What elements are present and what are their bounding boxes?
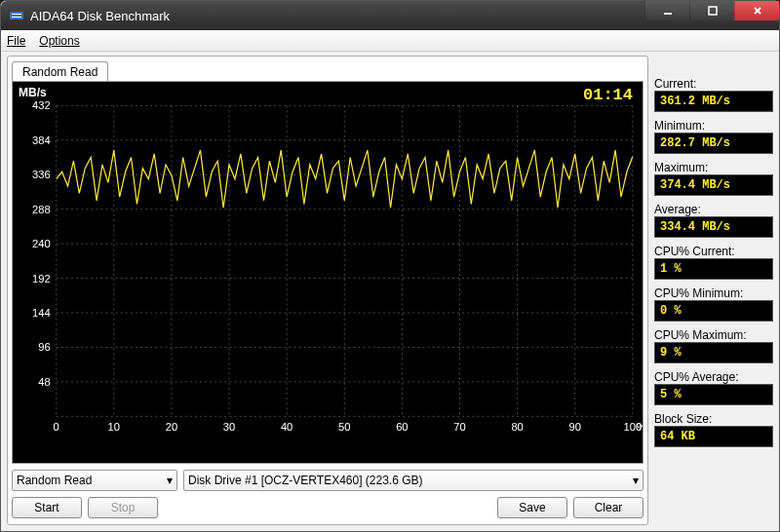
stat-cpu-min-value: 0 % xyxy=(654,300,773,322)
svg-text:0: 0 xyxy=(54,421,59,433)
mode-select[interactable]: Random Read ▾ xyxy=(12,470,177,491)
menubar: File Options xyxy=(1,30,779,52)
stat-cpu-avg-value: 5 % xyxy=(654,384,773,405)
stat-min-label: Minimum: xyxy=(654,119,773,133)
stat-avg-value: 334.4 MB/s xyxy=(654,216,773,238)
app-window: AIDA64 Disk Benchmark File Options Rando… xyxy=(0,0,780,532)
svg-text:48: 48 xyxy=(38,376,50,388)
stat-cpu-cur-label: CPU% Current: xyxy=(654,245,773,258)
svg-text:90: 90 xyxy=(569,421,581,433)
svg-rect-4 xyxy=(709,7,717,15)
menu-options[interactable]: Options xyxy=(39,34,79,48)
close-button[interactable] xyxy=(734,1,779,20)
stat-cpu-avg-label: CPU% Average: xyxy=(654,370,773,384)
stat-cpu-min-label: CPU% Minimum: xyxy=(654,286,773,300)
stat-max-value: 374.4 MB/s xyxy=(654,174,773,196)
stat-block-label: Block Size: xyxy=(654,412,773,426)
svg-text:384: 384 xyxy=(32,134,51,146)
svg-text:192: 192 xyxy=(32,273,51,285)
svg-text:20: 20 xyxy=(166,421,177,433)
minimize-button[interactable] xyxy=(644,1,689,20)
svg-text:96: 96 xyxy=(38,341,50,353)
svg-text:60: 60 xyxy=(396,421,408,433)
stat-cpu-max-label: CPU% Maximum: xyxy=(654,328,773,342)
svg-text:240: 240 xyxy=(32,238,51,249)
stat-avg-label: Average: xyxy=(654,203,773,216)
stop-button[interactable]: Stop xyxy=(88,497,158,518)
chevron-down-icon: ▾ xyxy=(633,474,639,487)
chart-area: MB/s 01:14 48961441922402883363844320102… xyxy=(12,81,644,464)
svg-text:80: 80 xyxy=(511,421,523,433)
drive-select-value: Disk Drive #1 [OCZ-VERTEX460] (223.6 GB) xyxy=(188,474,423,487)
svg-rect-0 xyxy=(10,12,23,19)
save-button[interactable]: Save xyxy=(497,497,567,518)
stats-panel: Current:361.2 MB/s Minimum:282.7 MB/s Ma… xyxy=(654,56,773,525)
svg-text:40: 40 xyxy=(281,421,292,433)
stat-current-label: Current: xyxy=(654,77,773,91)
svg-rect-3 xyxy=(664,13,672,15)
tab-random-read[interactable]: Random Read xyxy=(12,61,108,82)
svg-text:30: 30 xyxy=(223,421,235,433)
window-controls xyxy=(644,1,779,20)
app-icon xyxy=(9,8,24,23)
menu-file[interactable]: File xyxy=(7,34,25,48)
start-button[interactable]: Start xyxy=(12,497,82,518)
svg-text:%: % xyxy=(637,421,643,433)
stat-max-label: Maximum: xyxy=(654,161,773,174)
stat-min-value: 282.7 MB/s xyxy=(654,133,773,154)
spacer xyxy=(164,497,491,518)
titlebar[interactable]: AIDA64 Disk Benchmark xyxy=(1,1,779,30)
tabs: Random Read xyxy=(12,60,644,81)
drive-select[interactable]: Disk Drive #1 [OCZ-VERTEX460] (223.6 GB)… xyxy=(183,470,644,491)
window-title: AIDA64 Disk Benchmark xyxy=(30,9,170,23)
svg-text:10: 10 xyxy=(108,421,120,433)
svg-text:70: 70 xyxy=(453,421,465,433)
svg-rect-1 xyxy=(12,14,21,15)
svg-text:336: 336 xyxy=(32,169,51,180)
chart-plot: 4896144192240288336384432010203040506070… xyxy=(13,82,643,438)
clear-button[interactable]: Clear xyxy=(573,497,644,518)
svg-text:50: 50 xyxy=(338,421,350,433)
selectors-row: Random Read ▾ Disk Drive #1 [OCZ-VERTEX4… xyxy=(12,470,644,491)
svg-text:432: 432 xyxy=(32,99,51,111)
stat-current-value: 361.2 MB/s xyxy=(654,91,773,112)
stat-cpu-cur-value: 1 % xyxy=(654,258,773,280)
mode-select-value: Random Read xyxy=(17,474,92,487)
svg-rect-2 xyxy=(12,17,21,18)
left-panel: Random Read MB/s 01:14 48961441922402883… xyxy=(7,56,648,525)
stat-cpu-max-value: 9 % xyxy=(654,342,773,363)
maximize-button[interactable] xyxy=(689,1,734,20)
svg-text:144: 144 xyxy=(32,307,51,319)
chevron-down-icon: ▾ xyxy=(167,474,173,487)
buttons-row: Start Stop Save Clear xyxy=(12,497,644,518)
svg-text:288: 288 xyxy=(32,204,51,215)
content: Random Read MB/s 01:14 48961441922402883… xyxy=(1,52,779,531)
stat-block-value: 64 KB xyxy=(654,426,773,447)
